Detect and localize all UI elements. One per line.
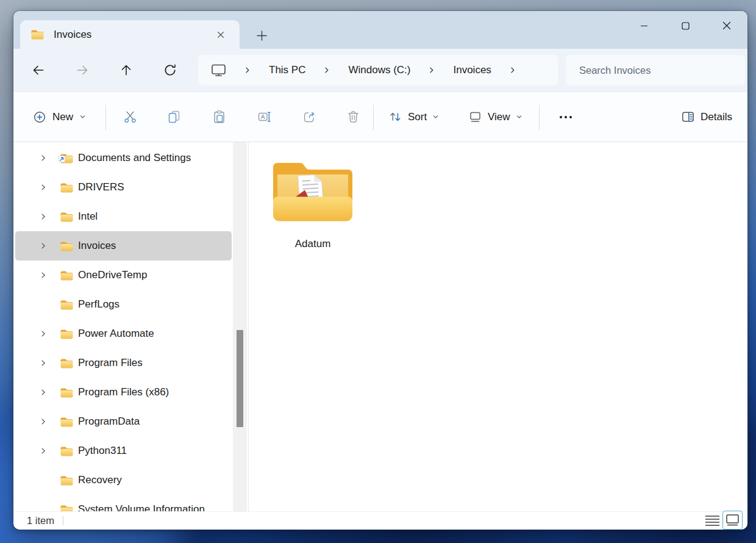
sidebar-item-programdata[interactable]: ProgramData: [15, 407, 232, 436]
navigation-bar: This PCWindows (C:)Invoices Search Invoi…: [13, 49, 747, 92]
tab-title: Invoices: [54, 29, 213, 41]
up-button[interactable]: [115, 59, 138, 82]
folder-icon: [30, 29, 45, 40]
view-label: View: [488, 111, 510, 123]
sidebar-item-onedrivetemp[interactable]: OneDriveTemp: [15, 261, 232, 290]
desktop-icon[interactable]: [211, 63, 226, 77]
file-item-adatum[interactable]: Adatum: [262, 159, 363, 250]
folder-icon: [60, 211, 74, 223]
minimize-button[interactable]: [623, 11, 665, 40]
search-input[interactable]: Search Invoices: [566, 55, 745, 85]
view-button[interactable]: View: [462, 104, 529, 131]
delete-button[interactable]: [340, 104, 366, 131]
explorer-content: Documents and SettingsDRIVERSIntelInvoic…: [13, 142, 747, 511]
expand-chevron-icon[interactable]: [40, 359, 47, 367]
folder-icon: [60, 182, 74, 193]
expand-chevron-icon[interactable]: [40, 330, 47, 337]
folder-icon: [60, 358, 74, 369]
folder-icon: [60, 445, 74, 457]
folder-icon: [60, 504, 74, 512]
expand-chevron-icon[interactable]: [40, 242, 47, 250]
expand-chevron-icon[interactable]: [40, 389, 47, 396]
details-view-toggle[interactable]: [703, 513, 721, 529]
sidebar-item-label: Python311: [78, 445, 127, 457]
new-button[interactable]: New: [27, 104, 92, 131]
item-count: 1 item: [27, 515, 54, 527]
status-bar: 1 item: [13, 511, 747, 530]
sidebar-item-documents-and-settings[interactable]: Documents and Settings: [15, 143, 232, 173]
expand-chevron-icon[interactable]: [40, 184, 47, 191]
view-icon: [468, 110, 482, 124]
tab-close-button[interactable]: [213, 27, 229, 43]
sidebar-item-system-volume-information[interactable]: System Volume Information: [15, 495, 232, 511]
more-options-button[interactable]: [552, 104, 579, 131]
expand-chevron-icon[interactable]: [40, 213, 47, 220]
shortcut-overlay-icon: [59, 153, 65, 165]
sidebar-item-label: Recovery: [78, 474, 122, 486]
sidebar-item-label: PerfLogs: [78, 298, 119, 311]
breadcrumb-chevron-icon[interactable]: [429, 67, 435, 74]
sidebar-item-program-files[interactable]: Program Files: [15, 348, 232, 378]
maximize-button[interactable]: [665, 11, 706, 40]
file-explorer-window: Invoices This PCW: [13, 11, 747, 530]
sidebar-item-label: Intel: [78, 210, 98, 223]
expand-chevron-icon[interactable]: [40, 418, 47, 425]
sidebar-item-recovery[interactable]: Recovery: [15, 466, 232, 495]
forward-button[interactable]: [71, 59, 94, 82]
close-button[interactable]: [706, 11, 747, 40]
breadcrumb-item-this-pc[interactable]: This PC: [269, 64, 305, 76]
tab-bar: Invoices: [13, 11, 747, 49]
sort-label: Sort: [408, 111, 427, 123]
sidebar-item-invoices[interactable]: Invoices: [15, 231, 232, 261]
refresh-button[interactable]: [159, 59, 182, 82]
paste-button[interactable]: [205, 104, 232, 131]
sidebar-item-label: OneDriveTemp: [78, 269, 147, 281]
open-folder-icon: [272, 159, 354, 222]
folder-icon: [60, 270, 74, 281]
folder-icon: [60, 153, 74, 164]
breadcrumb-item-invoices[interactable]: Invoices: [453, 64, 491, 76]
chevron-down-icon: [432, 113, 439, 120]
sidebar-item-python311[interactable]: Python311: [15, 436, 232, 466]
rename-button[interactable]: [251, 104, 277, 131]
sidebar-item-drivers[interactable]: DRIVERS: [15, 173, 232, 202]
large-icons-view-toggle[interactable]: [722, 511, 743, 530]
breadcrumb-chevron-icon[interactable]: [510, 67, 516, 74]
new-tab-button[interactable]: [252, 26, 271, 45]
command-toolbar: New Sort View: [13, 92, 747, 142]
sidebar-scrollbar[interactable]: [233, 142, 247, 511]
back-button[interactable]: [27, 59, 50, 82]
expand-chevron-icon[interactable]: [40, 447, 47, 455]
details-button[interactable]: Details: [674, 104, 739, 131]
sidebar-item-power-automate[interactable]: Power Automate: [15, 319, 232, 348]
window-controls: [623, 11, 747, 40]
sidebar-item-program-files-x86-[interactable]: Program Files (x86): [15, 378, 232, 407]
sidebar-item-label: Documents and Settings: [78, 152, 191, 164]
copy-button[interactable]: [160, 104, 187, 131]
sidebar-item-label: Program Files (x86): [78, 386, 169, 398]
files-pane: Adatum: [249, 142, 747, 511]
scrollbar-thumb[interactable]: [237, 330, 243, 427]
status-divider: [63, 516, 63, 525]
share-button[interactable]: [296, 104, 323, 131]
breadcrumb-chevron-icon[interactable]: [324, 67, 330, 74]
folder-icon: [60, 299, 74, 311]
tab-invoices[interactable]: Invoices: [20, 20, 240, 49]
breadcrumb: This PCWindows (C:)Invoices: [198, 55, 558, 85]
sidebar-item-label: Invoices: [78, 240, 116, 252]
sort-button[interactable]: Sort: [382, 104, 446, 131]
new-button-label: New: [52, 111, 73, 123]
details-pane-icon: [681, 110, 695, 124]
navigation-pane: Documents and SettingsDRIVERSIntelInvoic…: [13, 142, 233, 511]
sidebar-item-label: Program Files: [78, 357, 143, 369]
sidebar-item-perflogs[interactable]: PerfLogs: [15, 290, 232, 319]
chevron-down-icon: [516, 113, 522, 120]
folder-icon: [60, 387, 74, 398]
expand-chevron-icon[interactable]: [40, 154, 47, 162]
sidebar-item-intel[interactable]: Intel: [15, 202, 232, 231]
cut-button[interactable]: [116, 104, 143, 131]
breadcrumb-chevron-icon[interactable]: [244, 67, 251, 74]
breadcrumb-item-windows-c-[interactable]: Windows (C:): [348, 64, 410, 76]
sidebar-item-label: System Volume Information: [78, 503, 205, 511]
expand-chevron-icon[interactable]: [40, 272, 47, 279]
